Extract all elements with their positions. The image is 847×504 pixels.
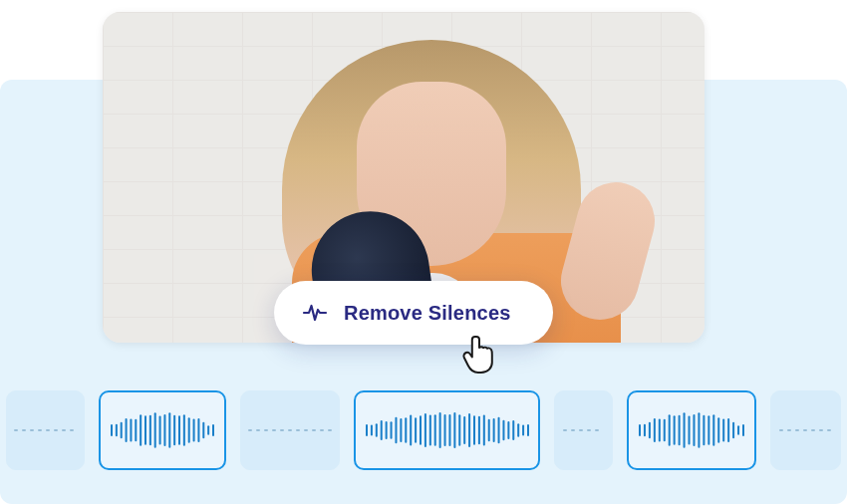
audio-timeline[interactable] <box>0 375 847 486</box>
silence-segment[interactable] <box>770 390 841 470</box>
remove-silences-button[interactable]: Remove Silences <box>274 281 553 345</box>
silence-segment[interactable] <box>554 390 613 470</box>
audio-segment[interactable] <box>99 390 226 470</box>
silence-segment[interactable] <box>6 390 85 470</box>
audio-segment[interactable] <box>627 390 756 470</box>
audio-segment[interactable] <box>354 390 540 470</box>
silence-segment[interactable] <box>240 390 340 470</box>
cursor-pointer-icon <box>458 329 500 375</box>
remove-silences-label: Remove Silences <box>344 302 511 325</box>
pulse-icon <box>302 300 328 326</box>
